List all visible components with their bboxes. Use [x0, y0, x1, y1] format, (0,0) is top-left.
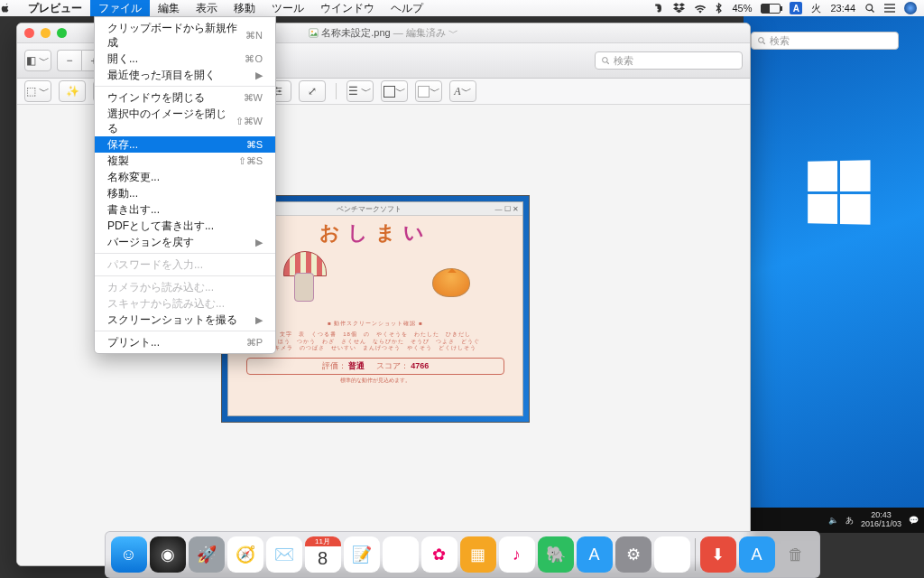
svg-rect-7: [310, 29, 318, 37]
spotlight-icon[interactable]: [864, 3, 875, 14]
svg-line-6: [763, 42, 765, 44]
menubar-status-area: 45% A 火 23:44: [653, 2, 924, 15]
dock-calendar[interactable]: 11月8: [305, 536, 341, 573]
bluetooth-icon[interactable]: [716, 3, 723, 14]
zoom-button[interactable]: [57, 28, 67, 38]
menuitem-保存...[interactable]: 保存...⌘S: [95, 136, 275, 153]
dock-safari[interactable]: 🧭: [227, 536, 263, 573]
menu-表示[interactable]: 表示: [188, 0, 226, 16]
menuitem-パスワードを入力...: パスワードを入力...: [95, 256, 275, 273]
search-icon: [601, 56, 610, 65]
menuitem-スクリーンショットを撮る[interactable]: スクリーンショットを撮る▶: [95, 312, 275, 328]
menuitem-移動...[interactable]: 移動...: [95, 185, 275, 201]
svg-point-11: [603, 58, 608, 63]
windows-notifications-icon[interactable]: 💬: [909, 516, 919, 525]
clock-time[interactable]: 23:44: [830, 3, 855, 14]
line-weight-popup[interactable]: ☰ ﹀: [346, 80, 374, 102]
fill-color-popup[interactable]: ﹀: [415, 80, 442, 102]
search-icon: [757, 36, 766, 45]
sidebar-toggle[interactable]: ◧ ﹀: [24, 50, 51, 71]
menuitem-プリント...[interactable]: プリント...⌘P: [95, 334, 275, 350]
notification-center-icon[interactable]: [884, 4, 895, 13]
menu-編集[interactable]: 編集: [150, 0, 188, 16]
evernote-menulet[interactable]: [653, 3, 664, 14]
svg-point-17: [278, 90, 281, 93]
app-name[interactable]: プレビュー: [20, 1, 90, 16]
svg-line-1: [872, 10, 874, 13]
svg-line-12: [607, 62, 609, 64]
close-button[interactable]: [24, 28, 34, 38]
dock-photos[interactable]: ✿: [421, 536, 457, 573]
toolbar-search[interactable]: 検索: [595, 51, 743, 70]
selection-tool[interactable]: ⬚ ﹀: [24, 80, 51, 102]
minimize-button[interactable]: [41, 28, 51, 38]
menuitem-書き出す...[interactable]: 書き出す...: [95, 201, 275, 218]
menuitem-PDFとして書き出す...[interactable]: PDFとして書き出す...: [95, 218, 275, 234]
text-style-popup[interactable]: A ﹀: [449, 80, 476, 102]
menuitem-名称変更...[interactable]: 名称変更...: [95, 169, 275, 185]
menuitem-複製[interactable]: 複製⇧⌘S: [95, 153, 275, 169]
windows-clock[interactable]: 20:43 2016/11/03: [861, 511, 901, 529]
dock-notes[interactable]: 📝: [344, 536, 380, 573]
menuitem-開く...[interactable]: 開く...⌘O: [95, 51, 275, 67]
file-menu-dropdown: クリップボードから新規作成⌘N開く...⌘O最近使った項目を開く▶ウインドウを閉…: [94, 16, 276, 354]
menuitem-スキャナから読み込む...: スキャナから読み込む...: [95, 295, 275, 312]
dock-reminders[interactable]: ☑: [383, 536, 419, 573]
background-window-search[interactable]: 検索: [751, 32, 899, 50]
menuitem-カメラから読み込む...: カメラから読み込む...: [95, 279, 275, 295]
menuitem-クリップボードから新規作成[interactable]: クリップボードから新規作成⌘N: [95, 20, 275, 51]
background-windows-desktop: 🔈 あ 20:43 2016/11/03 💬: [744, 16, 924, 533]
menuitem-選択中のイメージを閉じる[interactable]: 選択中のイメージを閉じる⇧⌘W: [95, 106, 275, 136]
dock-evernote[interactable]: 🐘: [538, 536, 574, 573]
windows-ime[interactable]: あ: [845, 515, 854, 527]
system-menubar: プレビュー ファイル編集表示移動ツールウインドウヘルプ 45% A 火 23:4…: [0, 0, 924, 16]
menu-ファイル[interactable]: ファイル: [90, 0, 150, 16]
battery-icon[interactable]: [761, 4, 781, 14]
zoom-out-button[interactable]: −: [57, 50, 81, 71]
dock-trash[interactable]: 🗑: [778, 536, 814, 573]
adjust-size-tool[interactable]: ⤢: [299, 80, 326, 102]
instant-alpha-tool[interactable]: ✨: [59, 80, 86, 102]
dock-preferences[interactable]: ⚙: [615, 536, 651, 573]
menu-ウインドウ[interactable]: ウインドウ: [312, 0, 383, 16]
dock-mail[interactable]: ✉️: [266, 536, 302, 573]
border-color-popup[interactable]: ﹀: [381, 80, 408, 102]
dock-downloads[interactable]: ⬇: [700, 536, 736, 573]
dock-appstore[interactable]: A: [577, 536, 613, 573]
dock-pixelmator[interactable]: ▦: [460, 536, 496, 573]
user-menulet[interactable]: [904, 2, 917, 14]
dock-siri[interactable]: ◉: [150, 536, 186, 573]
menu-ヘルプ[interactable]: ヘルプ: [383, 0, 431, 16]
clock-day[interactable]: 火: [811, 2, 821, 15]
dock-appstore2[interactable]: A: [739, 536, 775, 573]
windows-logo: [808, 160, 870, 225]
dock: ☺◉🚀🧭✉️11月8📝☑✿▦♪🐘A⚙🖼⬇A🗑: [105, 531, 820, 578]
menuitem-バージョンを戻す[interactable]: バージョンを戻す▶: [95, 234, 275, 250]
menuitem-ウインドウを閉じる[interactable]: ウインドウを閉じる⌘W: [95, 89, 275, 106]
svg-point-5: [759, 38, 764, 43]
dock-preview[interactable]: 🖼: [654, 536, 690, 573]
battery-percentage: 45%: [732, 3, 752, 14]
windows-volume-icon[interactable]: 🔈: [828, 516, 838, 525]
menu-移動[interactable]: 移動: [226, 0, 263, 16]
traffic-lights: [17, 28, 67, 38]
ime-indicator[interactable]: A: [790, 2, 802, 14]
apple-menu[interactable]: [0, 3, 20, 14]
svg-point-0: [866, 5, 873, 11]
menuitem-最近使った項目を開く[interactable]: 最近使った項目を開く▶: [95, 67, 275, 83]
dock-region: ☺◉🚀🧭✉️11月8📝☑✿▦♪🐘A⚙🖼⬇A🗑: [0, 531, 924, 578]
svg-point-8: [311, 31, 313, 33]
dock-launchpad[interactable]: 🚀: [189, 536, 225, 573]
menu-ツール[interactable]: ツール: [263, 0, 312, 16]
dock-finder[interactable]: ☺: [111, 536, 147, 573]
file-proxy-icon[interactable]: [309, 27, 321, 38]
wifi-icon[interactable]: [694, 4, 707, 14]
dropbox-menulet[interactable]: [673, 3, 685, 14]
dock-itunes[interactable]: ♪: [499, 536, 535, 573]
windows-taskbar: 🔈 あ 20:43 2016/11/03 💬: [744, 508, 924, 533]
